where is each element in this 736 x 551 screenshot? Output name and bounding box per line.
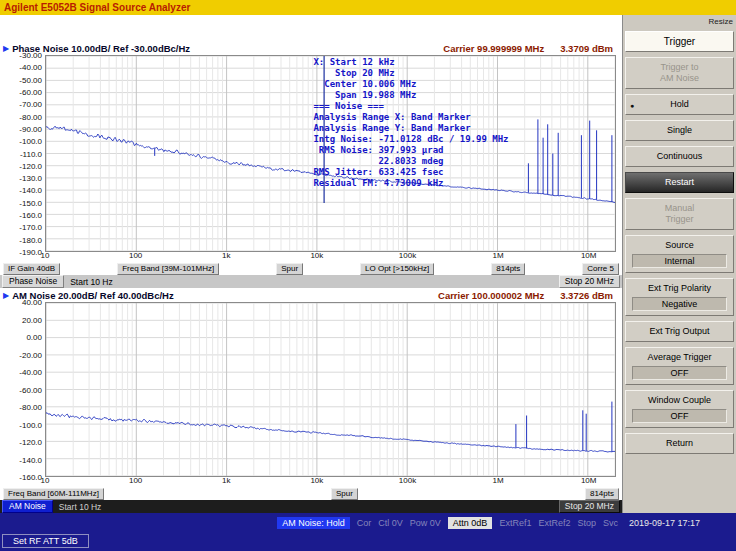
indicator-freq-band-60m-111mhz[interactable]: Freq Band [60M-111MHz]: [3, 488, 104, 500]
am-carrier-power: 3.3726 dBm: [560, 290, 613, 301]
softkey-label: Return: [629, 438, 730, 449]
y-tick-label: -30.00: [19, 51, 42, 60]
x-tick-label: 10M: [581, 476, 597, 485]
softkey-label: Ext Trig Polarity: [629, 283, 730, 294]
phase-carrier-frequency: Carrier 99.999999 MHz: [443, 43, 544, 54]
x-tick-label: 100k: [399, 476, 416, 485]
y-tick-label: -20.00: [19, 351, 42, 360]
am-trace-button[interactable]: AM Noise: [2, 500, 53, 513]
resize-strip: Resize: [623, 15, 736, 28]
single-softkey[interactable]: Single: [625, 120, 734, 141]
manual-softkey: Manual Trigger: [625, 198, 734, 230]
y-tick-label: -80.00: [19, 403, 42, 412]
x-tick-label: 1k: [222, 251, 230, 260]
ext-trig-output-softkey[interactable]: Ext Trig Output: [625, 321, 734, 342]
average-trigger-softkey[interactable]: Average TriggerOFF: [625, 347, 734, 385]
x-tick-label: 10k: [310, 476, 323, 485]
menu-title: Trigger: [625, 31, 734, 52]
y-tick-label: -70.00: [19, 100, 42, 109]
status-extref2: ExtRef2: [538, 518, 570, 528]
indicator-lo-opt-150khz[interactable]: LO Opt [>150kHz]: [360, 263, 434, 275]
phase-x-axis: 101001k10k100k1M10M: [45, 252, 616, 262]
x-tick-label: 1k: [222, 476, 230, 485]
y-tick-label: -140.0: [19, 186, 42, 195]
datetime-display: 2019-09-17 17:17: [629, 518, 700, 528]
y-tick-label: -50.00: [19, 76, 42, 85]
am-carrier-frequency: Carrier 100.000002 MHz: [438, 290, 544, 301]
ext-trig-polarity-softkey[interactable]: Ext Trig PolarityNegative: [625, 278, 734, 316]
indicator-corre-5[interactable]: Corre 5: [582, 263, 619, 275]
display-top-margin: [0, 15, 622, 41]
x-tick-label: 1M: [493, 251, 504, 260]
y-tick-label: -60.00: [19, 88, 42, 97]
trigger-to-softkey: Trigger to AM Noise: [625, 57, 734, 89]
indicator-if-gain-40db[interactable]: IF Gain 40dB: [3, 263, 60, 275]
restart-softkey[interactable]: Restart: [625, 172, 734, 193]
return-softkey[interactable]: Return: [625, 433, 734, 454]
am-stop-frequency[interactable]: Stop 20 MHz: [559, 500, 620, 513]
resize-button[interactable]: Resize: [709, 17, 733, 26]
indicator-freq-band-39m-101mhz[interactable]: Freq Band [39M-101MHz]: [117, 263, 219, 275]
y-tick-label: -190.0: [19, 248, 42, 257]
phase-noise-readout: X: Start 12 kHz Stop 20 MHz Center 10.00…: [313, 57, 508, 189]
indicator-spur[interactable]: Spur: [276, 263, 303, 275]
main-display: ▶ Phase Noise 10.00dB/ Ref -30.00dBc/Hz …: [0, 15, 622, 513]
y-tick-label: -90.00: [19, 125, 42, 134]
phase-stop-frequency[interactable]: Stop 20 MHz: [559, 275, 620, 288]
softkey-label: Source: [629, 240, 730, 251]
content-area: ▶ Phase Noise 10.00dB/ Ref -30.00dBc/Hz …: [0, 15, 736, 513]
x-tick-label: 1M: [493, 476, 504, 485]
title-bar: Agilent E5052B Signal Source Analyzer: [0, 0, 736, 15]
source-softkey[interactable]: SourceInternal: [625, 235, 734, 273]
x-tick-label: 10: [41, 251, 50, 260]
expand-marker-icon: ▶: [3, 44, 9, 53]
y-tick-label: -80.00: [19, 113, 42, 122]
instrument-status-bar: AM Noise: HoldCorCtl 0VPow 0VAttn 0dBExt…: [0, 513, 736, 551]
softkey-label: Manual Trigger: [629, 203, 730, 225]
am-status-row: AM Noise Start 10 Hz Stop 20 MHz: [0, 500, 622, 513]
am-start-frequency: Start 10 Hz: [59, 502, 102, 512]
status-svc: Svc: [603, 518, 618, 528]
indicator-spur[interactable]: Spur: [331, 488, 358, 500]
y-tick-label: -130.0: [19, 174, 42, 183]
softkey-label: Average Trigger: [629, 352, 730, 363]
phase-y-axis: -30.00-40.00-50.00-60.00-70.00-80.00-90.…: [0, 55, 45, 252]
y-tick-label: -40.00: [19, 63, 42, 72]
am-chart-row: 40.0020.000.00-20.00-40.00-60.00-80.00-1…: [0, 302, 622, 477]
expand-marker-icon: ▶: [3, 291, 9, 300]
y-tick-label: -140.0: [19, 456, 42, 465]
y-tick-label: -100.0: [19, 421, 42, 430]
y-tick-label: 20.00: [22, 316, 42, 325]
am-y-axis: 40.0020.000.00-20.00-40.00-60.00-80.00-1…: [0, 302, 45, 477]
continuous-softkey[interactable]: Continuous: [625, 146, 734, 167]
app-title: Agilent E5052B Signal Source Analyzer: [4, 2, 190, 13]
active-entry-display: Set RF ATT 5dB: [2, 534, 89, 548]
y-tick-label: -120.0: [19, 438, 42, 447]
softkey-label: Restart: [629, 177, 730, 188]
status-ctl-0v: Ctl 0V: [378, 518, 403, 528]
y-tick-label: -40.00: [19, 368, 42, 377]
softkey-value: Negative: [632, 297, 727, 311]
softkey-label: Ext Trig Output: [629, 326, 730, 337]
am-panel-header: ▶ AM Noise 20.00dB/ Ref 40.00dBc/Hz Carr…: [0, 288, 622, 302]
x-tick-label: 100: [129, 476, 142, 485]
y-tick-label: -170.0: [19, 223, 42, 232]
softkey-value: OFF: [632, 409, 727, 423]
phase-chart-row: -30.00-40.00-50.00-60.00-70.00-80.00-90.…: [0, 55, 622, 252]
indicator-814pts[interactable]: 814pts: [585, 488, 619, 500]
indicator-814pts[interactable]: 814pts: [491, 263, 525, 275]
window-couple-softkey[interactable]: Window CoupleOFF: [625, 390, 734, 428]
y-tick-label: -60.00: [19, 386, 42, 395]
phase-trace-button[interactable]: Phase Noise: [2, 275, 64, 288]
x-tick-label: 10: [41, 476, 50, 485]
x-tick-label: 10k: [310, 251, 323, 260]
y-tick-label: -150.0: [19, 199, 42, 208]
phase-noise-chart[interactable]: X: Start 12 kHz Stop 20 MHz Center 10.00…: [45, 55, 616, 252]
softkey-label: Continuous: [629, 151, 730, 162]
softkey-value: OFF: [632, 366, 727, 380]
am-x-axis: 101001k10k100k1M10M: [45, 477, 616, 487]
am-setup-toolbar: Freq Band [60M-111MHz]Spur814pts: [0, 487, 622, 500]
hold-softkey[interactable]: ●Hold: [625, 94, 734, 115]
status-pow-0v: Pow 0V: [410, 518, 441, 528]
am-noise-chart[interactable]: [45, 302, 616, 477]
